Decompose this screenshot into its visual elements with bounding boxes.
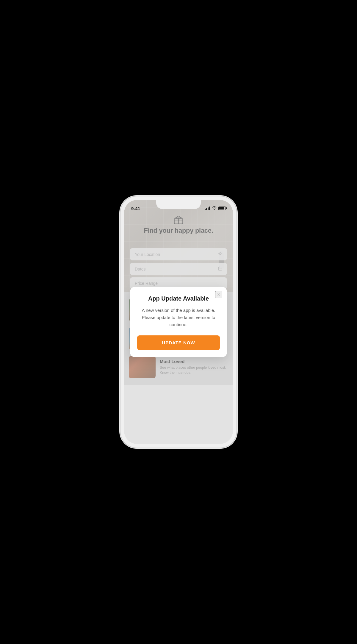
- status-time: 9:41: [131, 206, 140, 211]
- modal-message: A new version of the app is available. P…: [137, 307, 220, 328]
- phone-frame: 9:41: [120, 196, 237, 448]
- status-icons: [205, 206, 226, 211]
- notch: [156, 200, 201, 209]
- update-now-button[interactable]: UPDATE NOW: [137, 335, 220, 350]
- modal-close-button[interactable]: ×: [215, 291, 222, 298]
- update-modal: × App Update Available A new version of …: [130, 287, 227, 357]
- battery-icon: [218, 207, 226, 210]
- modal-overlay: × App Update Available A new version of …: [124, 200, 233, 444]
- modal-title: App Update Available: [137, 295, 220, 302]
- phone-screen: 9:41: [124, 200, 233, 444]
- wifi-icon: [212, 206, 217, 211]
- signal-icon: [205, 207, 210, 210]
- app-content: Find your happy place. Your Location Dat…: [124, 200, 233, 444]
